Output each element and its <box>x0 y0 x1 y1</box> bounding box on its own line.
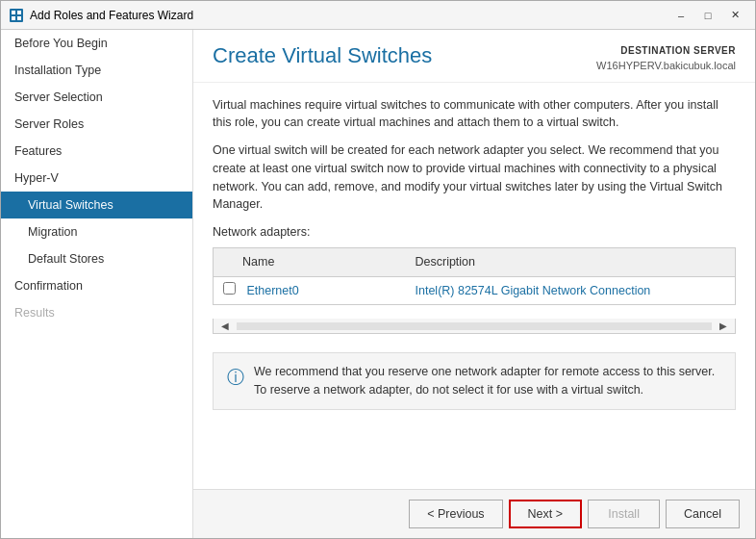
adapter-name-cell: Ethernet0 <box>214 276 406 305</box>
col-name-header: Name <box>214 247 406 276</box>
sidebar-item-before-you-begin[interactable]: Before You Begin <box>1 30 192 57</box>
install-button[interactable]: Install <box>588 500 660 528</box>
sidebar-item-features[interactable]: Features <box>1 138 192 165</box>
sidebar-item-results: Results <box>1 299 192 326</box>
app-icon <box>9 8 24 23</box>
window-controls: – □ ✕ <box>668 6 747 25</box>
previous-button[interactable]: < Previous <box>409 500 502 528</box>
destination-server-label: DESTINATION SERVER <box>596 43 736 58</box>
maximize-button[interactable]: □ <box>695 6 720 25</box>
intro-paragraph-1: Virtual machines require virtual switche… <box>213 96 736 133</box>
sidebar-item-hyper-v[interactable]: Hyper-V <box>1 165 192 192</box>
page-title: Create Virtual Switches <box>213 43 432 68</box>
sidebar-item-server-roles[interactable]: Server Roles <box>1 111 192 138</box>
adapter-checkbox[interactable] <box>223 282 236 295</box>
title-bar: Add Roles and Features Wizard – □ ✕ <box>1 1 755 30</box>
destination-server-name: W16HYPERV.bakicubuk.local <box>596 58 736 74</box>
table-header-row: Name Description <box>214 247 736 276</box>
sidebar-item-virtual-switches[interactable]: Virtual Switches <box>1 192 192 218</box>
sidebar-item-confirmation[interactable]: Confirmation <box>1 272 192 299</box>
scroll-right-arrow[interactable]: ▶ <box>716 319 731 333</box>
main-window: Add Roles and Features Wizard – □ ✕ Befo… <box>0 0 756 539</box>
info-icon: ⓘ <box>227 365 244 391</box>
window-title: Add Roles and Features Wizard <box>30 9 668 22</box>
sidebar-item-migration[interactable]: Migration <box>1 218 192 245</box>
info-text: We recommend that you reserve one networ… <box>254 363 721 399</box>
destination-server-info: DESTINATION SERVER W16HYPERV.bakicubuk.l… <box>596 43 736 74</box>
main-panel: Create Virtual Switches DESTINATION SERV… <box>193 30 755 538</box>
info-box: ⓘ We recommend that you reserve one netw… <box>213 352 736 410</box>
svg-rect-2 <box>17 11 21 14</box>
content-area: Before You Begin Installation Type Serve… <box>1 30 755 538</box>
sidebar-item-installation-type[interactable]: Installation Type <box>1 57 192 84</box>
intro-paragraph-2: One virtual switch will be created for e… <box>213 141 736 214</box>
scroll-left-arrow[interactable]: ◀ <box>217 319 233 333</box>
next-button[interactable]: Next > <box>509 500 582 528</box>
adapter-description: Intel(R) 82574L Gigabit Network Connecti… <box>416 284 651 297</box>
scroll-track[interactable] <box>237 322 712 330</box>
body-content: Virtual machines require virtual switche… <box>193 83 755 490</box>
network-adapters-label: Network adapters: <box>213 223 736 242</box>
svg-rect-1 <box>12 11 15 14</box>
sidebar: Before You Begin Installation Type Serve… <box>1 30 193 538</box>
sidebar-item-default-stores[interactable]: Default Stores <box>1 245 192 272</box>
adapter-description-cell: Intel(R) 82574L Gigabit Network Connecti… <box>406 276 736 305</box>
col-description-header: Description <box>406 247 736 276</box>
minimize-button[interactable]: – <box>668 6 693 25</box>
svg-rect-4 <box>17 16 21 20</box>
adapter-name[interactable]: Ethernet0 <box>246 284 298 297</box>
svg-rect-3 <box>12 16 15 20</box>
page-header: Create Virtual Switches DESTINATION SERV… <box>193 30 755 83</box>
cancel-button[interactable]: Cancel <box>666 500 740 528</box>
horizontal-scrollbar[interactable]: ◀ ▶ <box>213 319 736 334</box>
close-button[interactable]: ✕ <box>722 6 747 25</box>
adapters-table: Name Description Ethernet0 Intel(R) 8257… <box>213 247 736 306</box>
footer: < Previous Next > Install Cancel <box>193 489 755 538</box>
table-row: Ethernet0 Intel(R) 82574L Gigabit Networ… <box>214 276 736 305</box>
sidebar-item-server-selection[interactable]: Server Selection <box>1 84 192 111</box>
